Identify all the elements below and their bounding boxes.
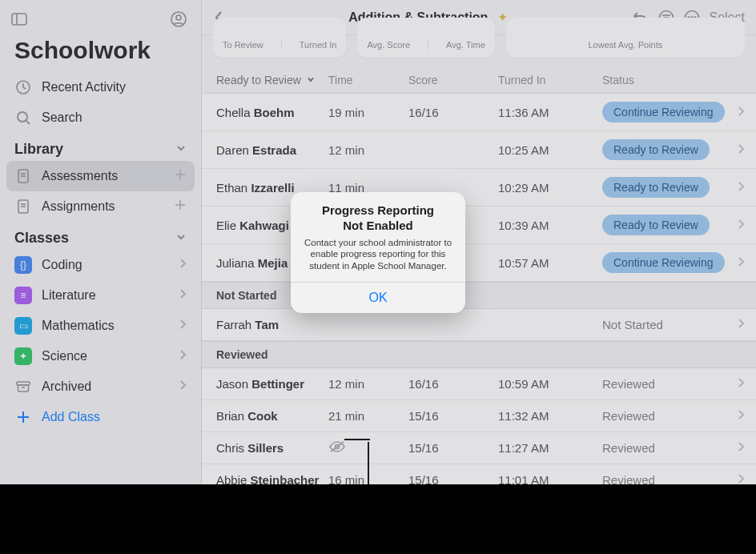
class-item[interactable]: ▭ Mathematics <box>0 311 201 341</box>
cell-time: 21 min <box>328 409 408 423</box>
cell-turned-in: 10:57 AM <box>498 256 602 270</box>
doc-icon <box>14 167 32 185</box>
cell-turned-in: 10:29 AM <box>498 181 602 195</box>
column-score[interactable]: Score <box>408 74 498 86</box>
student-row[interactable]: Daren Estrada 12 min 10:25 AM Ready to R… <box>202 131 756 169</box>
student-row[interactable]: Farrah Tam Not Started <box>202 309 756 341</box>
class-item[interactable]: ✦ Science <box>0 341 201 371</box>
chevron-right-icon <box>179 349 187 363</box>
summary-card: Lowest Avg. Points <box>506 18 745 58</box>
chevron-right-icon <box>737 377 750 391</box>
chevron-right-icon <box>179 258 187 272</box>
sidebar-toggle-icon[interactable] <box>11 13 27 26</box>
chevron-right-icon <box>737 409 750 423</box>
class-icon: ≡ <box>14 287 32 304</box>
cell-status: Reviewed <box>602 377 727 391</box>
status-pill[interactable]: Continue Reviewing <box>602 252 725 273</box>
status-pill[interactable]: Continue Reviewing <box>602 102 725 122</box>
status-text: Reviewed <box>602 409 655 423</box>
student-name: Daren Estrada <box>216 143 328 157</box>
column-turned-in[interactable]: Turned In <box>498 74 602 86</box>
cell-turned-in: 10:25 AM <box>498 143 602 157</box>
add-class-button[interactable]: Add Class <box>0 402 201 432</box>
status-text: Not Started <box>602 318 663 331</box>
main-panel: Addition & Subtraction ✦ Select To Revie… <box>202 0 756 484</box>
table-header: Ready to Review Time Score Turned In Sta… <box>202 67 756 94</box>
recent-activity-item[interactable]: Recent Activity <box>0 72 201 102</box>
column-status[interactable]: Status <box>602 74 727 86</box>
cell-status: Reviewed <box>602 409 727 423</box>
cell-score: 15/16 <box>408 409 498 423</box>
alert-message: Contact your school administrator to ena… <box>302 237 454 273</box>
student-row[interactable]: Ethan Izzarelli 11 min 10:29 AM Ready to… <box>202 169 756 207</box>
cell-turned-in: 10:59 AM <box>498 377 602 391</box>
chevron-down-icon <box>175 141 187 158</box>
alert-title: Progress ReportingNot Enabled <box>302 203 454 234</box>
plus-icon[interactable] <box>174 168 187 184</box>
cell-score: 16/16 <box>408 106 498 119</box>
profile-icon[interactable] <box>171 11 187 27</box>
alert-dialog: Progress ReportingNot Enabled Contact yo… <box>291 192 465 313</box>
column-time[interactable]: Time <box>328 74 408 86</box>
student-name: Abbie Steinbacher <box>216 473 328 484</box>
letterbox <box>0 484 756 554</box>
svg-rect-0 <box>12 14 26 25</box>
callout-line <box>344 439 370 440</box>
class-item[interactable]: {} Coding <box>0 250 201 280</box>
svg-line-6 <box>26 121 30 124</box>
class-icon: ▭ <box>14 317 32 335</box>
student-row[interactable]: Chris Sillers 15/16 11:27 AM Reviewed <box>202 432 756 464</box>
add-class-label: Add Class <box>42 410 100 424</box>
cell-turned-in: 11:36 AM <box>498 106 602 119</box>
cell-status: Continue Reviewing <box>602 102 727 122</box>
student-row[interactable]: Chella Boehm 19 min 16/16 11:36 AM Conti… <box>202 94 756 131</box>
class-icon: {} <box>14 256 32 274</box>
status-text: Reviewed <box>602 377 655 391</box>
alert-ok-button[interactable]: OK <box>291 283 465 313</box>
classes-header[interactable]: Classes <box>0 222 201 250</box>
archive-icon <box>14 378 32 395</box>
student-name: Chris Sillers <box>216 441 328 455</box>
chevron-right-icon <box>737 473 750 484</box>
student-row[interactable]: Jason Bettinger 12 min 16/16 10:59 AM Re… <box>202 368 756 400</box>
student-name: Chella Boehm <box>216 106 328 119</box>
eye-off-icon <box>328 440 346 453</box>
summary-cards: To Review Turned In Avg. Score Avg. Time… <box>202 18 756 67</box>
doc-icon <box>14 198 32 215</box>
chevron-right-icon <box>737 219 750 232</box>
cell-time: 12 min <box>328 377 408 391</box>
plus-icon[interactable] <box>174 199 187 215</box>
chevron-right-icon <box>179 379 187 394</box>
chevron-right-icon <box>737 106 750 119</box>
search-label: Search <box>42 110 82 125</box>
student-name: Jason Bettinger <box>216 377 328 391</box>
clock-icon <box>14 78 32 96</box>
library-item[interactable]: Assessments <box>6 161 195 191</box>
chevron-right-icon <box>737 318 750 331</box>
svg-point-3 <box>176 15 181 20</box>
status-pill[interactable]: Ready to Review <box>602 215 710 235</box>
library-item[interactable]: Assignments <box>0 191 201 222</box>
library-header[interactable]: Library <box>0 133 201 161</box>
status-text: Reviewed <box>602 441 655 455</box>
status-pill[interactable]: Ready to Review <box>602 139 710 160</box>
class-item-label: Science <box>42 349 87 363</box>
sort-column-header[interactable]: Ready to Review <box>216 74 328 86</box>
student-row[interactable]: Abbie Steinbacher 16 min 15/16 11:01 AM … <box>202 464 756 484</box>
class-item-label: Mathematics <box>42 319 115 333</box>
cell-turned-in: 10:39 AM <box>498 219 602 232</box>
chevron-right-icon <box>179 288 187 303</box>
search-item[interactable]: Search <box>0 102 201 133</box>
section-not-started: Not Started <box>202 282 756 309</box>
student-row[interactable]: Juliana Mejia 10:57 AM Continue Reviewin… <box>202 244 756 282</box>
class-item[interactable]: ≡ Literature <box>0 280 201 311</box>
cell-status: Not Started <box>602 318 727 331</box>
student-row[interactable]: Elie Kahwagi 10:39 AM Ready to Review <box>202 207 756 244</box>
chevron-down-icon <box>306 74 316 86</box>
class-item[interactable]: Archived <box>0 371 201 402</box>
class-item-label: Literature <box>42 288 96 303</box>
status-pill[interactable]: Ready to Review <box>602 177 710 198</box>
student-row[interactable]: Brian Cook 21 min 15/16 11:32 AM Reviewe… <box>202 400 756 432</box>
sidebar: Schoolwork Recent Activity Search Librar… <box>0 0 202 484</box>
svg-rect-18 <box>18 385 29 391</box>
